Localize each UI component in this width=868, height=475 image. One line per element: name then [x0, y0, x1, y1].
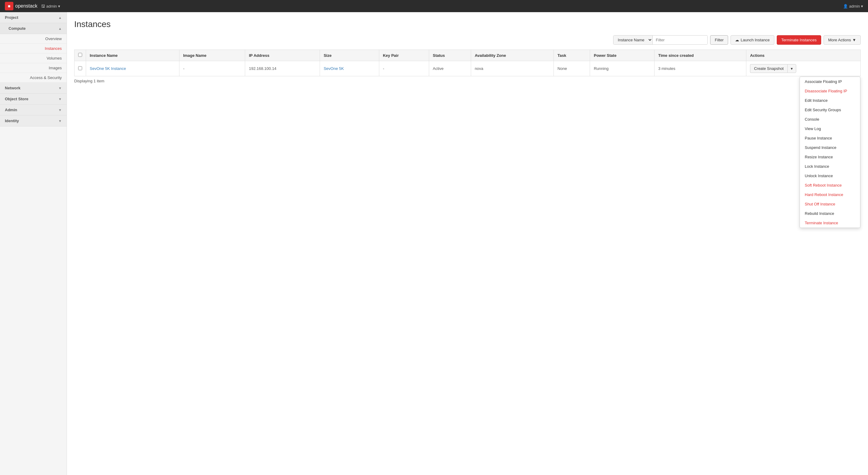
dropdown-item-disassociate-floating-ip[interactable]: Disassociate Floating IP — [800, 86, 860, 96]
row-ip-address: 192.168.100.14 — [245, 61, 320, 76]
header-actions: Actions — [746, 50, 861, 61]
row-checkbox[interactable] — [78, 66, 82, 70]
user-menu-label[interactable]: admin ▾ — [849, 4, 863, 8]
dropdown-item-console[interactable]: Console — [800, 114, 860, 124]
project-label: Project — [5, 15, 18, 20]
more-actions-caret: ▼ — [852, 38, 856, 42]
more-actions-button[interactable]: More Actions ▼ — [824, 35, 861, 45]
object-store-chevron: ▼ — [58, 97, 62, 101]
logo: ■ openstack — [5, 2, 37, 10]
terminate-instances-button[interactable]: Terminate Instances — [777, 35, 821, 45]
toolbar: Instance Name Image Name IP Address Key … — [74, 35, 861, 45]
size-link[interactable]: SevOne 5K — [323, 66, 344, 71]
topbar: ■ openstack 🖫 admin ▾ 👤 admin ▾ — [0, 0, 868, 12]
dropdown-item-lock-instance[interactable]: Lock Instance — [800, 162, 860, 171]
header-ip-address: IP Address — [245, 50, 320, 61]
dropdown-item-edit-instance[interactable]: Edit Instance — [800, 96, 860, 105]
admin-menu[interactable]: 🖫 admin ▾ — [41, 4, 60, 8]
sidebar-item-volumes[interactable]: Volumes — [0, 54, 67, 63]
object-store-label: Object Store — [5, 97, 28, 101]
dropdown-item-associate-floating-ip[interactable]: Associate Floating IP — [800, 77, 860, 86]
sidebar-item-overview[interactable]: Overview — [0, 34, 67, 44]
sidebar-section-object-store[interactable]: Object Store ▼ — [0, 94, 67, 105]
user-icon: 👤 — [843, 4, 848, 8]
dropdown-item-resize-instance[interactable]: Resize Instance — [800, 152, 860, 162]
header-checkbox-col — [74, 50, 86, 61]
instance-name-link[interactable]: SevOne 5K Instance — [90, 66, 126, 71]
dropdown-item-rebuild-instance[interactable]: Rebuild Instance — [800, 209, 860, 218]
dropdown-item-view-log[interactable]: View Log — [800, 124, 860, 133]
dropdown-item-edit-security-groups[interactable]: Edit Security Groups — [800, 105, 860, 114]
sidebar-section-admin[interactable]: Admin ▼ — [0, 105, 67, 115]
sidebar-section-compute[interactable]: Compute ▲ — [0, 23, 67, 34]
page-title: Instances — [74, 20, 861, 29]
row-instance-name: SevOne 5K Instance — [86, 61, 180, 76]
sidebar: Project ▲ Compute ▲ Overview Instances V… — [0, 12, 67, 475]
row-task: None — [554, 61, 590, 76]
select-all-checkbox[interactable] — [78, 53, 82, 57]
header-task: Task — [554, 50, 590, 61]
row-image-name: - — [180, 61, 245, 76]
dropdown-item-soft-reboot-instance[interactable]: Soft Reboot Instance — [800, 180, 860, 190]
more-actions-label: More Actions — [828, 38, 851, 42]
logo-text: openstack — [15, 3, 37, 9]
sidebar-section-identity[interactable]: Identity ▼ — [0, 115, 67, 127]
row-status: Active — [429, 61, 471, 76]
sidebar-section-project[interactable]: Project ▲ — [0, 12, 67, 23]
header-power-state: Power State — [590, 50, 654, 61]
cloud-icon: ☁ — [735, 38, 739, 42]
row-actions-cell: Create Snapshot ▼ Associate Floating IP … — [746, 61, 861, 76]
topbar-left: ■ openstack 🖫 admin ▾ — [5, 2, 60, 10]
header-status: Status — [429, 50, 471, 61]
filter-input[interactable] — [653, 36, 707, 44]
table-row: SevOne 5K Instance - 192.168.100.14 SevO… — [74, 61, 861, 76]
main-layout: Project ▲ Compute ▲ Overview Instances V… — [0, 12, 868, 475]
filter-select-wrap: Instance Name Image Name IP Address Key … — [613, 35, 708, 45]
sidebar-item-instances[interactable]: Instances — [0, 44, 67, 54]
sidebar-item-images[interactable]: Images — [0, 63, 67, 73]
row-size: SevOne 5K — [320, 61, 379, 76]
header-time-created: Time since created — [654, 50, 746, 61]
actions-dropdown-menu: Associate Floating IP Disassociate Float… — [800, 76, 860, 228]
row-power-state: Running — [590, 61, 654, 76]
filter-select[interactable]: Instance Name Image Name IP Address Key … — [614, 36, 653, 44]
dropdown-item-unlock-instance[interactable]: Unlock Instance — [800, 171, 860, 180]
header-image-name: Image Name — [180, 50, 245, 61]
identity-label: Identity — [5, 118, 19, 123]
admin-label: Admin — [5, 108, 17, 112]
sidebar-item-access-security[interactable]: Access & Security — [0, 73, 67, 83]
network-label: Network — [5, 86, 20, 90]
sidebar-section-network[interactable]: Network ▼ — [0, 83, 67, 94]
actions-dropdown-caret[interactable]: ▼ — [787, 64, 796, 73]
header-availability-zone: Availability Zone — [471, 50, 554, 61]
table-header-row: Instance Name Image Name IP Address Size… — [74, 50, 861, 61]
logo-icon: ■ — [5, 2, 13, 10]
identity-chevron: ▼ — [58, 119, 62, 123]
user-menu[interactable]: 👤 admin ▾ — [843, 4, 863, 8]
filter-button[interactable]: Filter — [710, 35, 728, 45]
compute-label: Compute — [8, 26, 26, 31]
action-btn-group: Create Snapshot ▼ — [750, 64, 857, 73]
header-size: Size — [320, 50, 379, 61]
admin-menu-label[interactable]: admin ▾ — [46, 4, 60, 8]
header-key-pair: Key Pair — [379, 50, 429, 61]
dropdown-item-shut-off-instance[interactable]: Shut Off Instance — [800, 199, 860, 209]
create-snapshot-button[interactable]: Create Snapshot — [750, 64, 787, 73]
row-availability-zone: nova — [471, 61, 554, 76]
dropdown-item-hard-reboot-instance[interactable]: Hard Reboot Instance — [800, 190, 860, 199]
row-key-pair: - — [379, 61, 429, 76]
row-time-created: 3 minutes — [654, 61, 746, 76]
header-instance-name: Instance Name — [86, 50, 180, 61]
network-chevron: ▼ — [58, 86, 62, 90]
dropdown-item-pause-instance[interactable]: Pause Instance — [800, 133, 860, 143]
instances-table: Instance Name Image Name IP Address Size… — [74, 49, 861, 76]
launch-instance-button[interactable]: ☁ Launch Instance — [731, 35, 774, 45]
row-checkbox-cell — [74, 61, 86, 76]
compute-chevron: ▲ — [58, 27, 62, 30]
admin-chevron: ▼ — [58, 108, 62, 112]
content-area: Instances Instance Name Image Name IP Ad… — [67, 12, 868, 475]
launch-instance-label: Launch Instance — [741, 38, 770, 42]
displaying-count: Displaying 1 item — [74, 79, 861, 83]
dropdown-item-terminate-instance[interactable]: Terminate Instance — [800, 218, 860, 228]
dropdown-item-suspend-instance[interactable]: Suspend Instance — [800, 143, 860, 152]
